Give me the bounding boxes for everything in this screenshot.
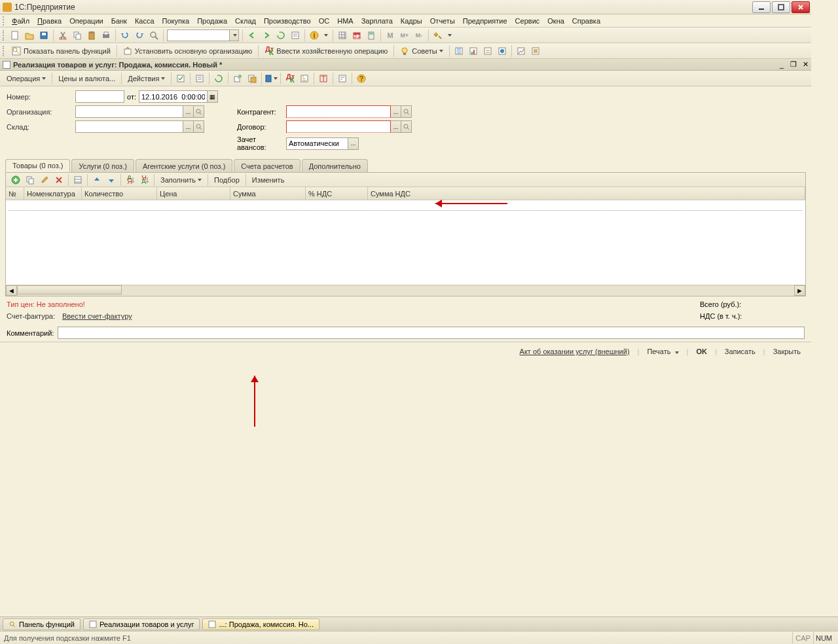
contract-lookup-button[interactable]	[401, 120, 412, 133]
cut-icon[interactable]	[56, 29, 69, 42]
row-grid-icon[interactable]	[71, 173, 84, 187]
task-current-doc[interactable]: ...: Продажа, комиссия. Но...	[202, 618, 319, 630]
col-qty[interactable]: Количество	[82, 187, 157, 200]
copy-icon[interactable]	[71, 29, 84, 42]
menu-service[interactable]: Сервис	[511, 16, 544, 26]
minimize-button[interactable]	[752, 1, 771, 13]
redo-icon[interactable]	[133, 29, 146, 42]
menu-hr[interactable]: Кадры	[397, 16, 426, 26]
nav-fwd-icon[interactable]	[260, 29, 273, 42]
report2-icon[interactable]	[467, 45, 480, 58]
contragent-select-button[interactable]: ...	[391, 105, 401, 118]
doc-restore-button[interactable]: ❐	[788, 60, 799, 69]
undo-icon[interactable]	[118, 29, 132, 42]
contragent-lookup-button[interactable]	[401, 105, 412, 118]
menu-warehouse[interactable]: Склад	[231, 16, 260, 26]
menu-enterprise[interactable]: Предприятие	[459, 16, 511, 26]
grid-scrollbar[interactable]: ◄ ►	[6, 285, 805, 296]
doctb-basedon-icon[interactable]	[264, 72, 278, 85]
col-vat-pct[interactable]: % НДС	[306, 187, 368, 200]
warehouse-select-button[interactable]: ...	[183, 120, 194, 133]
col-sum[interactable]: Сумма	[230, 187, 306, 200]
row-add-icon[interactable]	[9, 173, 22, 187]
grid-empty-row[interactable]	[9, 202, 803, 211]
info-icon[interactable]: i	[308, 29, 321, 42]
menu-file[interactable]: Файл	[8, 16, 33, 26]
col-nomenclature[interactable]: Номенклатура	[24, 187, 82, 200]
contragent-input[interactable]	[286, 105, 391, 118]
menu-purchase[interactable]: Покупка	[158, 16, 194, 26]
row-delete-icon[interactable]	[52, 173, 65, 187]
tab-agent-services[interactable]: Агентские услуги (0 поз.)	[136, 159, 232, 172]
advance-input[interactable]	[286, 137, 348, 150]
menu-nma[interactable]: НМА	[333, 16, 357, 26]
org-select-button[interactable]: ...	[183, 105, 194, 118]
paste-icon[interactable]	[85, 29, 98, 42]
date-input[interactable]	[139, 90, 208, 103]
fill-button[interactable]: Заполнить	[156, 173, 206, 187]
doctb-export-icon[interactable]	[231, 72, 244, 85]
col-price[interactable]: Цена	[157, 187, 230, 200]
contract-select-button[interactable]: ...	[391, 120, 401, 133]
props-icon[interactable]	[289, 29, 302, 42]
report3-icon[interactable]	[481, 45, 494, 58]
menu-reports[interactable]: Отчеты	[426, 16, 459, 26]
task-functions-panel[interactable]: Панель функций	[3, 618, 81, 630]
org-input[interactable]	[75, 105, 183, 118]
warehouse-lookup-button[interactable]	[194, 120, 204, 133]
doctb-refresh-icon[interactable]	[212, 72, 225, 85]
sort-desc-icon[interactable]: ЯА	[138, 173, 151, 187]
close-doc-button[interactable]: Закрыть	[769, 346, 805, 357]
tab-goods[interactable]: Товары (0 поз.)	[5, 159, 70, 172]
m-plus-icon[interactable]: M+	[398, 29, 411, 42]
operation-menu-button[interactable]: Операция	[3, 72, 50, 85]
scroll-left-button[interactable]: ◄	[6, 285, 17, 296]
col-n[interactable]: №	[6, 187, 24, 200]
save-button[interactable]: Записать	[721, 346, 759, 357]
number-input[interactable]	[75, 90, 124, 103]
print-button[interactable]: Печать	[643, 346, 682, 357]
ok-button[interactable]: OK	[692, 346, 711, 357]
m-clear-icon[interactable]: M	[384, 29, 397, 42]
calendar-icon[interactable]: 31	[350, 29, 363, 42]
change-button[interactable]: Изменить	[248, 173, 289, 187]
report4-icon[interactable]	[496, 45, 509, 58]
tab-extra[interactable]: Дополнительно	[302, 159, 368, 172]
doctb-list-icon[interactable]	[193, 72, 206, 85]
print-icon[interactable]	[100, 29, 113, 42]
refresh-icon[interactable]	[274, 29, 287, 42]
menu-edit[interactable]: Правка	[33, 16, 65, 26]
maximize-button[interactable]	[772, 1, 790, 13]
menu-help[interactable]: Справка	[568, 16, 604, 26]
enter-invoice-link[interactable]: Ввести счет-фактуру	[62, 312, 132, 320]
menu-windows[interactable]: Окна	[543, 16, 568, 26]
doctb-attach-icon[interactable]	[246, 72, 259, 85]
doc-minimize-button[interactable]: _	[776, 60, 787, 69]
doctb-post-icon[interactable]	[174, 72, 187, 85]
menu-cash[interactable]: Касса	[131, 16, 158, 26]
select-button[interactable]: Подбор	[210, 173, 244, 187]
act-services-link[interactable]: Акт об оказании услуг (внешний)	[516, 346, 634, 357]
new-icon[interactable]	[9, 29, 22, 42]
calc-grid-icon[interactable]	[336, 29, 349, 42]
menu-salary[interactable]: Зарплата	[357, 16, 397, 26]
comment-input[interactable]	[58, 327, 805, 339]
doc-close-button[interactable]: ✕	[800, 60, 811, 69]
tab-accounts[interactable]: Счета расчетов	[234, 159, 300, 172]
menu-production[interactable]: Производство	[260, 16, 315, 26]
task-sales-list[interactable]: Реализации товаров и услуг	[83, 618, 200, 630]
doctb-struct-icon[interactable]	[298, 72, 311, 85]
show-functions-panel-button[interactable]: Показать панель функций	[8, 45, 115, 58]
menu-bank[interactable]: Банк	[107, 16, 131, 26]
row-up-icon[interactable]	[90, 173, 103, 187]
menu-os[interactable]: ОС	[315, 16, 334, 26]
search-combo-1[interactable]	[167, 29, 239, 41]
calculator-icon[interactable]	[365, 29, 378, 42]
row-copy-icon[interactable]	[24, 173, 37, 187]
advice-button[interactable]: Советы	[396, 45, 446, 58]
row-down-icon[interactable]	[105, 173, 118, 187]
tools-icon[interactable]	[431, 29, 445, 42]
report5-icon[interactable]	[515, 45, 528, 58]
prices-currency-button[interactable]: Цены и валюта...	[54, 72, 119, 85]
doctb-help-icon[interactable]: ?	[355, 72, 368, 85]
